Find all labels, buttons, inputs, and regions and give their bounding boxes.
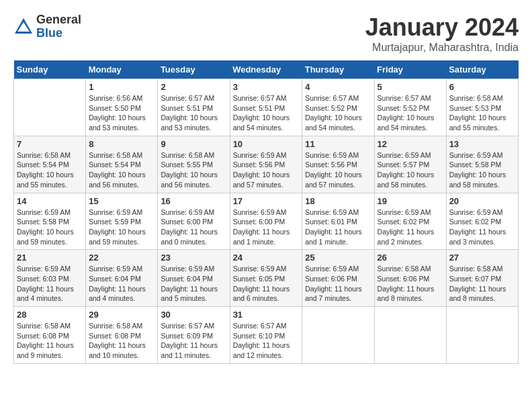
calendar-cell: 10Sunrise: 6:59 AM Sunset: 5:56 PM Dayli… [230, 136, 302, 193]
logo: General Blue [13, 13, 81, 40]
logo-text: General Blue [36, 13, 81, 40]
day-info: Sunrise: 6:59 AM Sunset: 6:00 PM Dayligh… [161, 208, 226, 247]
calendar-week-row: 21Sunrise: 6:59 AM Sunset: 6:03 PM Dayli… [14, 250, 519, 307]
calendar-cell: 30Sunrise: 6:57 AM Sunset: 6:09 PM Dayli… [158, 307, 230, 364]
day-info: Sunrise: 6:57 AM Sunset: 6:09 PM Dayligh… [161, 321, 226, 361]
day-number: 3 [233, 82, 300, 92]
day-number: 2 [161, 82, 226, 92]
day-info: Sunrise: 6:57 AM Sunset: 5:51 PM Dayligh… [161, 93, 226, 133]
day-info: Sunrise: 6:58 AM Sunset: 5:53 PM Dayligh… [449, 93, 515, 133]
day-info: Sunrise: 6:58 AM Sunset: 6:08 PM Dayligh… [89, 321, 154, 361]
day-number: 29 [89, 310, 154, 320]
day-info: Sunrise: 6:59 AM Sunset: 5:58 PM Dayligh… [449, 150, 515, 190]
day-info: Sunrise: 6:58 AM Sunset: 6:08 PM Dayligh… [17, 321, 83, 361]
day-info: Sunrise: 6:58 AM Sunset: 5:54 PM Dayligh… [17, 150, 83, 190]
title-section: January 2024 Murtajapur, Maharashtra, In… [365, 13, 519, 54]
calendar-cell: 22Sunrise: 6:59 AM Sunset: 6:04 PM Dayli… [86, 250, 158, 307]
day-number: 31 [233, 310, 300, 320]
day-number: 10 [233, 139, 300, 149]
day-number: 13 [449, 139, 515, 149]
weekday-header-friday: Friday [374, 60, 446, 79]
day-info: Sunrise: 6:57 AM Sunset: 5:51 PM Dayligh… [233, 93, 300, 133]
day-info: Sunrise: 6:59 AM Sunset: 6:02 PM Dayligh… [449, 208, 515, 247]
day-number: 8 [89, 139, 154, 149]
day-number: 14 [17, 196, 83, 206]
day-number: 25 [305, 253, 371, 263]
day-number: 15 [89, 196, 154, 206]
calendar-cell: 1Sunrise: 6:56 AM Sunset: 5:50 PM Daylig… [86, 79, 158, 136]
day-info: Sunrise: 6:58 AM Sunset: 6:06 PM Dayligh… [378, 264, 443, 304]
day-number: 12 [378, 139, 443, 149]
weekday-header-thursday: Thursday [302, 60, 374, 79]
calendar-cell: 28Sunrise: 6:58 AM Sunset: 6:08 PM Dayli… [14, 307, 86, 364]
day-number: 17 [233, 196, 300, 206]
day-number: 27 [449, 253, 515, 263]
calendar-cell: 18Sunrise: 6:59 AM Sunset: 6:01 PM Dayli… [302, 193, 374, 250]
month-title: January 2024 [365, 13, 519, 42]
day-number: 16 [161, 196, 226, 206]
day-info: Sunrise: 6:57 AM Sunset: 6:10 PM Dayligh… [233, 321, 300, 361]
location-subtitle: Murtajapur, Maharashtra, India [365, 42, 519, 54]
day-info: Sunrise: 6:58 AM Sunset: 5:54 PM Dayligh… [89, 150, 154, 190]
calendar-cell: 15Sunrise: 6:59 AM Sunset: 5:59 PM Dayli… [86, 193, 158, 250]
calendar-week-row: 1Sunrise: 6:56 AM Sunset: 5:50 PM Daylig… [14, 79, 519, 136]
calendar-week-row: 28Sunrise: 6:58 AM Sunset: 6:08 PM Dayli… [14, 307, 519, 364]
day-number: 11 [305, 139, 371, 149]
calendar-week-row: 14Sunrise: 6:59 AM Sunset: 5:58 PM Dayli… [14, 193, 519, 250]
calendar-cell: 16Sunrise: 6:59 AM Sunset: 6:00 PM Dayli… [158, 193, 230, 250]
day-number: 26 [378, 253, 443, 263]
calendar-cell [14, 79, 86, 136]
calendar-cell: 25Sunrise: 6:59 AM Sunset: 6:06 PM Dayli… [302, 250, 374, 307]
weekday-header-wednesday: Wednesday [230, 60, 302, 79]
day-info: Sunrise: 6:59 AM Sunset: 5:56 PM Dayligh… [233, 150, 300, 190]
weekday-header-monday: Monday [86, 60, 158, 79]
day-number: 30 [161, 310, 226, 320]
day-info: Sunrise: 6:59 AM Sunset: 6:03 PM Dayligh… [17, 264, 83, 304]
day-info: Sunrise: 6:59 AM Sunset: 6:04 PM Dayligh… [161, 264, 226, 304]
calendar-cell: 26Sunrise: 6:58 AM Sunset: 6:06 PM Dayli… [374, 250, 446, 307]
calendar-cell: 21Sunrise: 6:59 AM Sunset: 6:03 PM Dayli… [14, 250, 86, 307]
day-number: 5 [378, 82, 443, 92]
day-info: Sunrise: 6:58 AM Sunset: 5:55 PM Dayligh… [161, 150, 226, 190]
day-number: 18 [305, 196, 371, 206]
day-info: Sunrise: 6:58 AM Sunset: 6:07 PM Dayligh… [449, 264, 515, 304]
calendar-cell: 24Sunrise: 6:59 AM Sunset: 6:05 PM Dayli… [230, 250, 302, 307]
calendar-cell: 31Sunrise: 6:57 AM Sunset: 6:10 PM Dayli… [230, 307, 302, 364]
day-number: 20 [449, 196, 515, 206]
day-number: 4 [305, 82, 371, 92]
day-info: Sunrise: 6:57 AM Sunset: 5:52 PM Dayligh… [305, 93, 371, 133]
day-number: 21 [17, 253, 83, 263]
calendar-cell: 20Sunrise: 6:59 AM Sunset: 6:02 PM Dayli… [446, 193, 518, 250]
calendar-cell [302, 307, 374, 364]
calendar-cell: 13Sunrise: 6:59 AM Sunset: 5:58 PM Dayli… [446, 136, 518, 193]
day-number: 6 [449, 82, 515, 92]
day-info: Sunrise: 6:59 AM Sunset: 6:00 PM Dayligh… [233, 208, 300, 247]
day-number: 7 [17, 139, 83, 149]
day-info: Sunrise: 6:59 AM Sunset: 5:58 PM Dayligh… [17, 208, 83, 247]
weekday-header-saturday: Saturday [446, 60, 518, 79]
calendar-cell: 2Sunrise: 6:57 AM Sunset: 5:51 PM Daylig… [158, 79, 230, 136]
calendar-cell: 17Sunrise: 6:59 AM Sunset: 6:00 PM Dayli… [230, 193, 302, 250]
calendar-cell: 4Sunrise: 6:57 AM Sunset: 5:52 PM Daylig… [302, 79, 374, 136]
calendar-cell: 29Sunrise: 6:58 AM Sunset: 6:08 PM Dayli… [86, 307, 158, 364]
calendar-cell: 12Sunrise: 6:59 AM Sunset: 5:57 PM Dayli… [374, 136, 446, 193]
calendar-cell: 9Sunrise: 6:58 AM Sunset: 5:55 PM Daylig… [158, 136, 230, 193]
day-number: 19 [378, 196, 443, 206]
calendar-cell: 3Sunrise: 6:57 AM Sunset: 5:51 PM Daylig… [230, 79, 302, 136]
calendar-cell: 11Sunrise: 6:59 AM Sunset: 5:56 PM Dayli… [302, 136, 374, 193]
day-info: Sunrise: 6:59 AM Sunset: 5:59 PM Dayligh… [89, 208, 154, 247]
calendar-cell: 27Sunrise: 6:58 AM Sunset: 6:07 PM Dayli… [446, 250, 518, 307]
day-info: Sunrise: 6:59 AM Sunset: 6:06 PM Dayligh… [305, 264, 371, 304]
day-number: 1 [89, 82, 154, 92]
calendar-cell [374, 307, 446, 364]
day-info: Sunrise: 6:59 AM Sunset: 6:01 PM Dayligh… [305, 208, 371, 247]
calendar-week-row: 7Sunrise: 6:58 AM Sunset: 5:54 PM Daylig… [14, 136, 519, 193]
day-info: Sunrise: 6:59 AM Sunset: 6:02 PM Dayligh… [378, 208, 443, 247]
weekday-header-sunday: Sunday [14, 60, 86, 79]
day-number: 9 [161, 139, 226, 149]
weekday-header-row: SundayMondayTuesdayWednesdayThursdayFrid… [14, 60, 519, 79]
day-info: Sunrise: 6:57 AM Sunset: 5:52 PM Dayligh… [378, 93, 443, 133]
day-number: 28 [17, 310, 83, 320]
day-number: 23 [161, 253, 226, 263]
calendar-table: SundayMondayTuesdayWednesdayThursdayFrid… [13, 60, 519, 364]
